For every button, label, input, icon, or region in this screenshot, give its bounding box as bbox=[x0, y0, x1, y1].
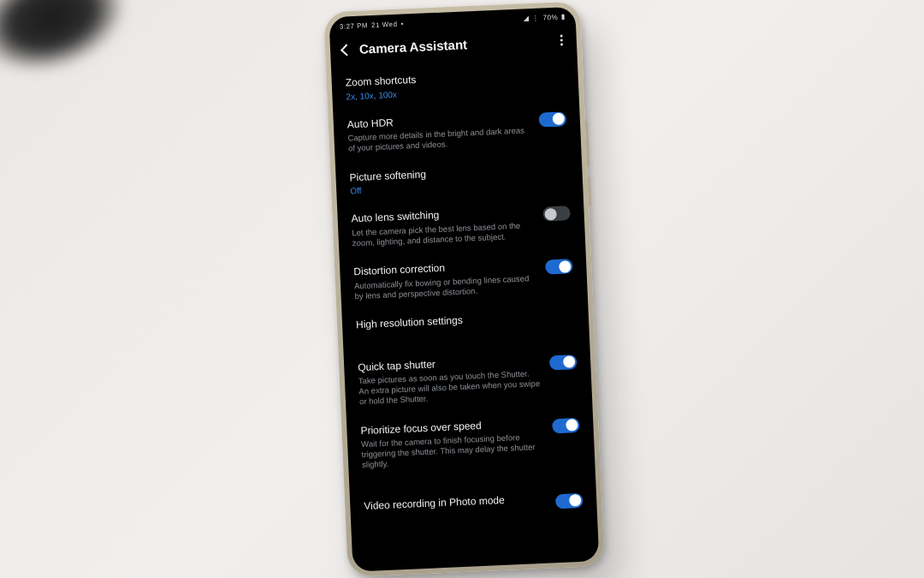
setting-auto-lens-switching[interactable]: Auto lens switching Let the camera pick … bbox=[351, 195, 572, 258]
setting-title: Video recording in Photo mode bbox=[364, 492, 545, 513]
back-icon[interactable] bbox=[341, 44, 352, 56]
setting-distortion-correction[interactable]: Distortion correction Automatically fix … bbox=[353, 248, 574, 311]
toggle-distortion[interactable] bbox=[545, 259, 573, 274]
setting-subtitle: Take pictures as soon as you touch the S… bbox=[358, 368, 541, 408]
setting-prioritize-focus[interactable]: Prioritize focus over speed Wait for the… bbox=[360, 408, 582, 480]
battery-icon: ▮ bbox=[561, 13, 566, 21]
status-date: 21 Wed bbox=[371, 21, 398, 29]
setting-subtitle: Wait for the camera to finish focusing b… bbox=[361, 432, 543, 471]
signal-icon: ◢ bbox=[523, 15, 529, 22]
setting-quick-tap-shutter[interactable]: Quick tap shutter Take pictures as soon … bbox=[358, 344, 579, 417]
more-icon[interactable] bbox=[560, 34, 566, 45]
status-dot-icon: • bbox=[400, 20, 404, 27]
toggle-auto-lens[interactable] bbox=[542, 206, 571, 221]
wifi-icon: ⋮ bbox=[532, 15, 540, 22]
page-title: Camera Assistant bbox=[359, 33, 553, 57]
settings-list[interactable]: Zoom shortcuts 2x, 10x, 100x Auto HDR Ca… bbox=[331, 59, 599, 572]
toggle-auto-hdr[interactable] bbox=[538, 111, 566, 127]
toggle-prioritize-focus[interactable] bbox=[552, 418, 580, 433]
background-camera-blur bbox=[0, 0, 140, 90]
toggle-quick-tap[interactable] bbox=[549, 355, 578, 370]
toggle-video-in-photo[interactable] bbox=[555, 492, 583, 508]
battery-percent: 70% bbox=[542, 14, 558, 22]
setting-auto-hdr[interactable]: Auto HDR Capture more details in the bri… bbox=[346, 101, 567, 164]
status-time: 3:27 PM bbox=[340, 21, 369, 30]
phone-device: 3:27 PM 21 Wed • ◢ ⋮ 70% ▮ Camera Assist… bbox=[323, 1, 605, 576]
setting-title: High resolution settings bbox=[356, 309, 575, 332]
phone-screen: 3:27 PM 21 Wed • ◢ ⋮ 70% ▮ Camera Assist… bbox=[329, 7, 599, 572]
